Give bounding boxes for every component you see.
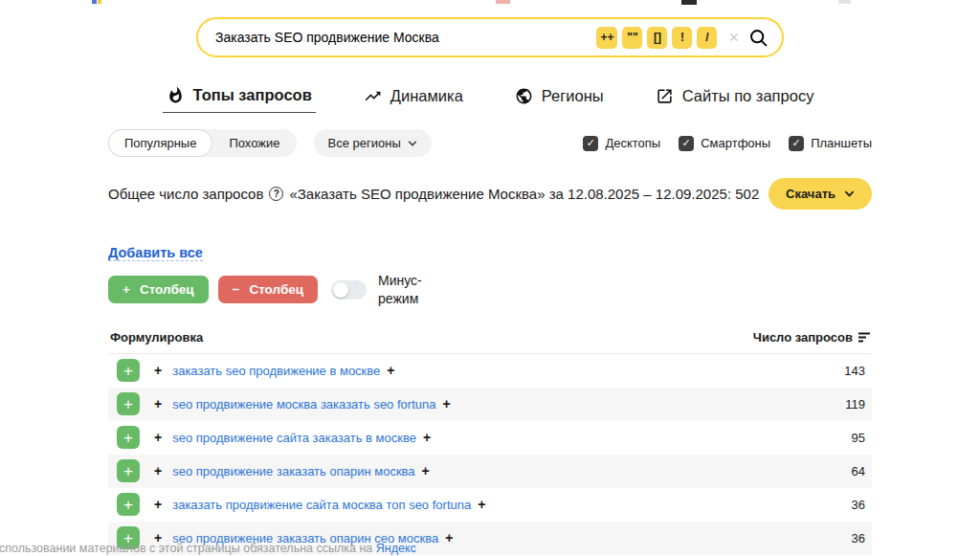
download-button[interactable]: Скачать: [768, 178, 872, 210]
append-plus-icon[interactable]: +: [422, 463, 430, 478]
minus-mode-label: Минус-режим: [378, 272, 435, 308]
add-all-link[interactable]: Добавить все: [108, 245, 203, 261]
clipped-tab-mark: [496, 0, 510, 4]
clipped-favicon: [92, 0, 97, 4]
checked-checkbox-icon: ✓: [583, 136, 598, 151]
toggle-knob: [333, 282, 348, 298]
view-segmented-control: Популярные Похожие: [108, 129, 297, 157]
clear-icon[interactable]: ×: [728, 29, 739, 46]
operator-quotes-button[interactable]: "": [622, 27, 642, 49]
sort-icon: [858, 332, 870, 343]
query-count: 119: [845, 397, 872, 411]
minus-mode-toggle[interactable]: [331, 280, 367, 300]
tab-regions[interactable]: Регионы: [511, 87, 608, 113]
tab-label: Топы запросов: [193, 86, 312, 104]
tab-label: Динамика: [390, 87, 463, 105]
operator-brackets-button[interactable]: []: [647, 27, 667, 49]
table-row: + + seo продвижение москва заказать seo …: [108, 388, 872, 421]
row-add-button[interactable]: +: [117, 392, 140, 415]
total-label: Общее число запросов: [108, 186, 263, 202]
remove-column-label: Столбец: [249, 282, 303, 297]
query-count: 95: [852, 431, 872, 445]
globe-icon: [515, 87, 533, 105]
plus-icon: +: [122, 282, 130, 297]
append-plus-icon[interactable]: +: [442, 396, 450, 411]
summary-row: Общее число запросов ? «Заказать SEO про…: [108, 178, 872, 210]
append-plus-icon[interactable]: +: [387, 363, 394, 378]
region-dropdown-label: Все регионы: [328, 136, 401, 150]
operator-slash-button[interactable]: /: [697, 27, 717, 49]
checkbox-label: Смартфоны: [701, 136, 770, 150]
table-row: + + seo продвижение заказать опарин моск…: [108, 455, 872, 488]
yandex-link[interactable]: Яндекс: [376, 542, 416, 555]
help-icon[interactable]: ?: [269, 187, 283, 201]
plus-operator-icon[interactable]: +: [154, 363, 162, 378]
chevron-down-icon: [844, 189, 855, 199]
column-actions: + Столбец − Столбец Минус-режим: [108, 272, 872, 308]
column-header-phrase: Формулировка: [110, 330, 203, 345]
row-add-button[interactable]: +: [117, 493, 140, 516]
tab-label: Регионы: [542, 87, 604, 105]
clipped-favicon-2: [98, 0, 101, 4]
operator-exclamation-button[interactable]: !: [672, 27, 692, 49]
query-link[interactable]: seo продвижение заказать опарин москва: [172, 464, 414, 478]
plus-operator-icon[interactable]: +: [154, 396, 162, 411]
external-link-icon: [656, 87, 674, 105]
clipped-tab-mark-gray: [838, 0, 851, 4]
checkbox-desktops[interactable]: ✓ Десктопы: [583, 136, 660, 151]
total-queries-text: Общее число запросов ? «Заказать SEO про…: [108, 186, 759, 202]
append-plus-icon[interactable]: +: [423, 430, 431, 445]
region-dropdown[interactable]: Все регионы: [314, 129, 432, 157]
tab-label: Сайты по запросу: [682, 87, 814, 105]
footer-text: использовании материалов с этой страницы…: [0, 542, 372, 555]
table-row: + + seo продвижение сайта заказать в мос…: [108, 421, 872, 455]
segment-popular[interactable]: Популярные: [108, 129, 212, 157]
query-count: 36: [852, 531, 872, 545]
add-column-button[interactable]: + Столбец: [108, 276, 209, 303]
plus-operator-icon[interactable]: +: [154, 463, 162, 478]
row-add-button[interactable]: +: [117, 459, 140, 482]
tab-dynamics[interactable]: Динамика: [360, 87, 467, 113]
table-header: Формулировка Число запросов: [108, 330, 872, 354]
chevron-down-icon: [408, 139, 417, 148]
total-query-period: «Заказать SEO продвижение Москва» за 12.…: [289, 186, 759, 202]
append-plus-icon[interactable]: +: [478, 497, 485, 512]
query-link[interactable]: seo продвижение москва заказать seo fort…: [172, 397, 435, 411]
download-label: Скачать: [786, 187, 835, 201]
query-link[interactable]: заказать продвижение сайта москва топ se…: [172, 498, 471, 512]
tab-sites-by-query[interactable]: Сайты по запросу: [652, 87, 818, 113]
plus-operator-icon[interactable]: +: [154, 497, 162, 512]
copyright-footer: использовании материалов с этой страницы…: [0, 542, 416, 555]
query-count: 36: [852, 498, 872, 512]
table-row: + + заказать seo продвижение в москве + …: [108, 354, 872, 388]
segment-similar[interactable]: Похожие: [212, 129, 296, 157]
checkbox-tablets[interactable]: ✓ Планшеты: [789, 136, 872, 151]
trending-up-icon: [364, 87, 382, 105]
checked-checkbox-icon: ✓: [789, 136, 804, 151]
row-add-button[interactable]: +: [117, 426, 140, 449]
query-link[interactable]: заказать seo продвижение в москве: [172, 364, 380, 378]
checkbox-label: Десктопы: [605, 136, 660, 150]
flame-icon: [167, 86, 185, 104]
minus-icon: −: [233, 282, 240, 297]
add-column-label: Столбец: [140, 282, 194, 297]
query-count: 143: [844, 364, 872, 378]
queries-table: Формулировка Число запросов + + заказать…: [108, 330, 872, 555]
row-add-button[interactable]: +: [117, 359, 140, 382]
plus-operator-icon[interactable]: +: [154, 430, 162, 445]
append-plus-icon[interactable]: +: [445, 530, 453, 545]
filter-row: Популярные Похожие Все регионы ✓ Десктоп…: [108, 129, 872, 157]
search-input[interactable]: [215, 30, 596, 45]
tab-top-queries[interactable]: Топы запросов: [163, 86, 316, 113]
query-count: 64: [852, 464, 872, 478]
operator-plus-button[interactable]: ++: [596, 27, 617, 49]
clipped-header-strip: [0, 0, 980, 8]
checkbox-smartphones[interactable]: ✓ Смартфоны: [679, 136, 770, 151]
search-icon[interactable]: [748, 28, 768, 48]
query-link[interactable]: seo продвижение сайта заказать в москве: [172, 431, 416, 445]
remove-column-button[interactable]: − Столбец: [218, 276, 319, 303]
column-header-count[interactable]: Число запросов: [753, 330, 870, 345]
clipped-tab-mark-dark: [681, 0, 697, 5]
query-operators: ++ "" [] ! /: [596, 27, 717, 49]
checkbox-label: Планшеты: [811, 136, 872, 150]
